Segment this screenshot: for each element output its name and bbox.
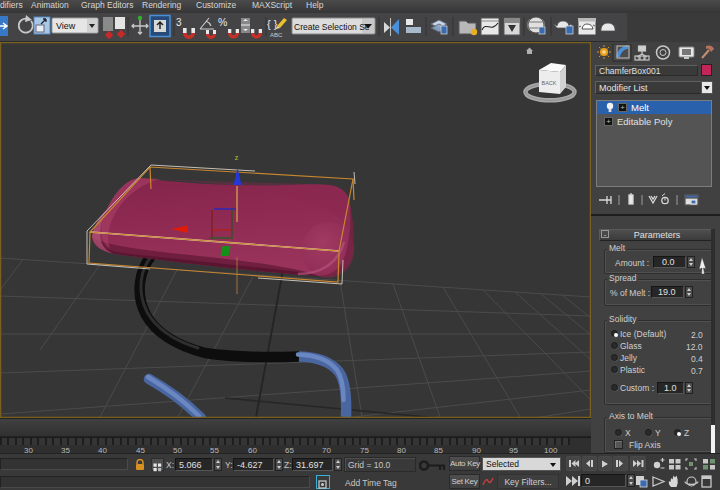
svg-text:ABC: ABC	[270, 32, 283, 38]
svg-text:View: View	[56, 21, 76, 31]
svg-text:z: z	[235, 153, 239, 162]
svg-text:Create Selection Se: Create Selection Se	[294, 22, 370, 32]
svg-text:BACK: BACK	[542, 80, 557, 86]
svg-text:3: 3	[176, 17, 182, 28]
svg-text:{ }: { }	[267, 18, 278, 30]
svg-text:%: %	[218, 16, 227, 28]
